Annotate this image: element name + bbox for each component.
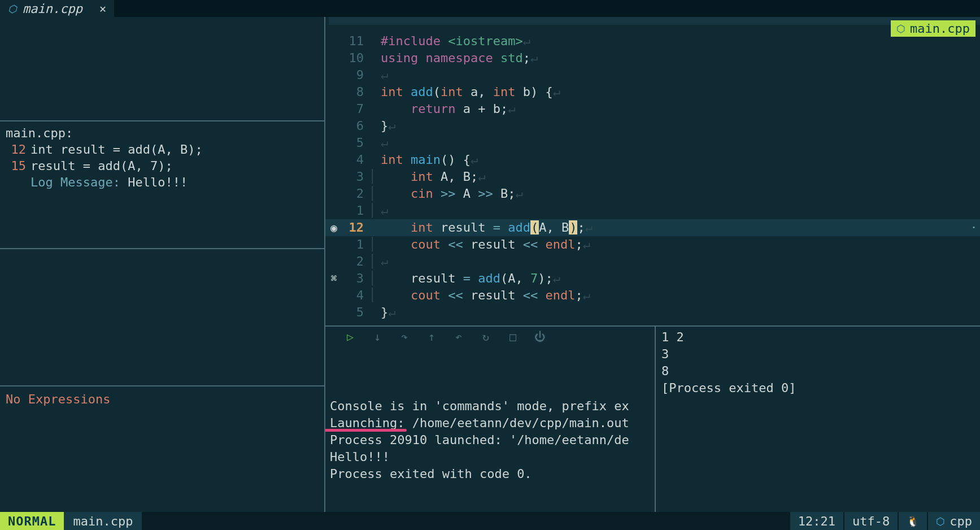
line-number: 2 (342, 185, 367, 202)
code-line[interactable]: 9↵ (325, 67, 980, 84)
console-line: Process 20910 launched: '/home/eetann/de (330, 432, 650, 449)
step-into-icon[interactable]: ↓ (371, 330, 384, 344)
step-over-icon[interactable]: ↷ (398, 330, 411, 344)
code-text: ↵ (377, 134, 388, 151)
status-filename: main.cpp (64, 512, 142, 530)
code-text: return a + b;↵ (377, 101, 515, 118)
breakpoint-icon[interactable]: ◉ (330, 219, 337, 236)
line-number: 2 (342, 253, 367, 270)
code-line[interactable]: 1│ cout << result << endl;↵ (325, 236, 980, 253)
line-number: 4 (342, 151, 367, 168)
code-line[interactable]: 2│↵ (325, 253, 980, 270)
fold-column: │ (367, 202, 377, 219)
code-line[interactable]: 8int add(int a, int b) {↵ (325, 84, 980, 101)
continue-icon[interactable]: ▷ (343, 330, 357, 344)
line-number: 3 (342, 270, 367, 287)
logpoint-icon[interactable]: ⌘ (331, 270, 337, 287)
encoding: utf-8 (843, 512, 898, 530)
breakpoint-log: Log Message: Hello!!! (6, 174, 319, 190)
code-line[interactable]: 6}↵ (325, 118, 980, 134)
code-line[interactable]: 2│ cin >> A >> B;↵ (325, 185, 980, 202)
breakpoint-line-number: 12 (6, 141, 26, 158)
code-text: }↵ (377, 118, 396, 134)
restart-icon[interactable]: ↻ (479, 330, 493, 344)
console-line: Hello!!! (330, 449, 650, 466)
tab-main-cpp[interactable]: ⬡ main.cpp ✕ (0, 0, 114, 17)
breakpoint-text: result = add(A, 7); (31, 158, 173, 174)
gutter-sign[interactable]: ⌘ (325, 270, 342, 287)
step-back-icon[interactable]: ↶ (452, 330, 465, 344)
code-line[interactable]: ◉12 int result = add(A, B);↵• (325, 219, 980, 236)
code-line[interactable]: 4int main() {↵ (325, 151, 980, 168)
code-text: #include <iostream>↵ (377, 33, 530, 50)
fold-column: │ (367, 236, 377, 253)
code-line[interactable]: 11#include <iostream>↵ (325, 33, 980, 50)
log-key: Log Message: (31, 175, 128, 189)
line-number: 5 (342, 134, 367, 151)
code-line[interactable]: 7 return a + b;↵ (325, 101, 980, 118)
breakpoint-line-number: 15 (6, 158, 26, 174)
output-line: [Process exited 0] (661, 380, 974, 397)
line-number: 10 (342, 50, 367, 67)
debug-console[interactable]: ▷ ↓ ↷ ↑ ↶ ↻ □ ⏻ Console is in 'commands'… (325, 327, 656, 512)
code-text: int A, B;↵ (377, 168, 485, 185)
code-text: cout << result << endl;↵ (377, 236, 590, 253)
line-number: 5 (342, 304, 367, 321)
tab-bar: ⬡ main.cpp ✕ (0, 0, 980, 17)
gutter-sign[interactable]: ◉ (325, 219, 342, 236)
code-line[interactable]: ⌘3│ result = add(A, 7);↵ (325, 270, 980, 287)
cursor-position: 12:21 (789, 512, 843, 530)
variables-pane[interactable] (0, 17, 324, 121)
code-line[interactable]: 4│ cout << result << endl;↵ (325, 287, 980, 304)
breakpoint-text: int result = add(A, B); (31, 141, 203, 158)
tab-label: main.cpp (23, 2, 82, 16)
line-number: 1 (342, 236, 367, 253)
line-marker: • (972, 219, 975, 236)
line-number: 3 (342, 168, 367, 185)
debug-toolbar: ▷ ↓ ↷ ↑ ↶ ↻ □ ⏻ (325, 327, 655, 346)
stop-icon[interactable]: □ (506, 330, 520, 344)
program-output[interactable]: 1 238[Process exited 0] (656, 327, 980, 512)
code-line[interactable]: 1│↵ (325, 202, 980, 219)
breakpoint-file: main.cpp: (6, 125, 319, 141)
power-icon[interactable]: ⏻ (533, 330, 547, 344)
expressions-pane[interactable]: No Expressions (0, 386, 324, 512)
left-panel: main.cpp: 12 int result = add(A, B); 15 … (0, 17, 325, 512)
filetype-label: cpp (949, 514, 972, 528)
linux-icon: 🐧 (907, 515, 919, 527)
close-icon[interactable]: ✕ (99, 2, 106, 15)
line-number: 1 (342, 202, 367, 219)
line-number: 8 (342, 84, 367, 101)
breakpoints-pane[interactable]: main.cpp: 12 int result = add(A, B); 15 … (0, 121, 324, 249)
code-text: int result = add(A, B);↵ (377, 219, 593, 236)
code-text: ↵ (377, 253, 388, 270)
cpp-icon: ⬡ (936, 515, 945, 527)
highlight-mark (325, 429, 407, 432)
code-text: int add(int a, int b) {↵ (377, 84, 560, 101)
code-text: using namespace std;↵ (377, 50, 538, 67)
code-text: cin >> A >> B;↵ (377, 185, 523, 202)
code-text: cout << result << endl;↵ (377, 287, 590, 304)
output-line: 8 (661, 363, 974, 380)
code-line[interactable]: 5}↵ (325, 304, 980, 321)
code-line[interactable]: 5↵ (325, 134, 980, 151)
fold-column: │ (367, 185, 377, 202)
stack-pane[interactable] (0, 249, 324, 386)
console-line: Process exited with code 0. (330, 466, 650, 483)
fold-column: │ (367, 270, 377, 287)
code-text: int main() {↵ (377, 151, 478, 168)
code-text: result = add(A, 7);↵ (377, 270, 560, 287)
code-line[interactable]: 10using namespace std;↵ (325, 50, 980, 67)
step-out-icon[interactable]: ↑ (425, 330, 438, 344)
breakpoint-item[interactable]: 12 int result = add(A, B); (6, 141, 319, 158)
line-number: 11 (342, 33, 367, 50)
code-text: ↵ (377, 67, 388, 84)
breakpoint-item[interactable]: 15 result = add(A, 7); (6, 158, 319, 174)
output-line: 1 2 (661, 329, 974, 346)
fold-column: │ (367, 287, 377, 304)
code-line[interactable]: 3│ int A, B;↵ (325, 168, 980, 185)
status-bar: NORMAL main.cpp 12:21 utf-8 🐧 ⬡ cpp (0, 512, 980, 530)
line-number: 6 (342, 118, 367, 134)
no-expressions-label: No Expressions (6, 392, 319, 406)
editor[interactable]: ⬡ main.cpp 11#include <iostream>↵10using… (325, 17, 980, 325)
